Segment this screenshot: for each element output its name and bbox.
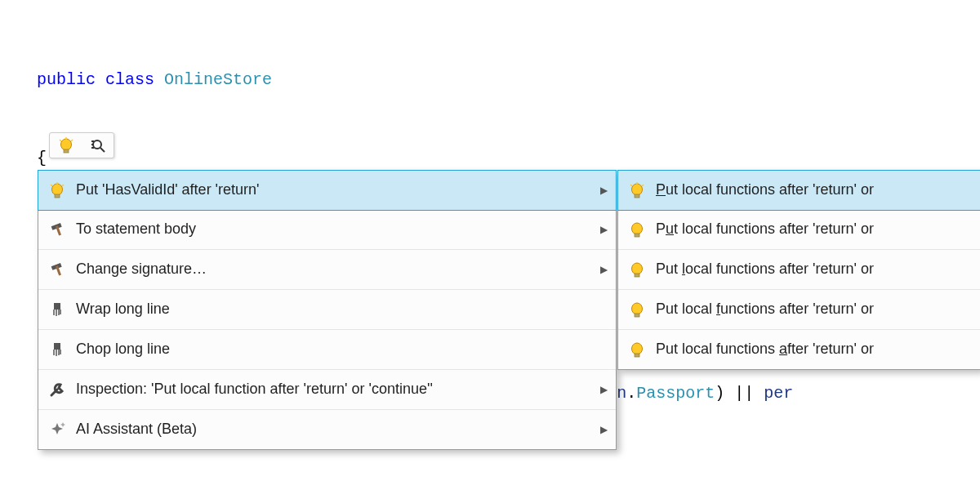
- submenu-arrow-icon: ▶: [591, 224, 616, 235]
- submenu-item-label: Put local functions after 'return' or: [656, 301, 874, 318]
- lightbulb-icon: [618, 261, 656, 278]
- menu-item[interactable]: To statement body▶: [38, 210, 616, 250]
- hammer-icon: [38, 261, 76, 278]
- submenu-item-label: Put local functions after 'return' or: [656, 261, 874, 278]
- t: public: [37, 70, 96, 89]
- submenu-item[interactable]: Put local functions after 'return' or: [618, 210, 980, 250]
- menu-item-label: AI Assistant (Beta): [76, 421, 591, 439]
- submenu-item-label: Put local functions after 'return' or: [656, 220, 874, 238]
- lightbulb-icon: [618, 182, 656, 198]
- quick-actions-gutter[interactable]: [49, 132, 114, 158]
- wrench-icon: [38, 381, 76, 398]
- lightbulb-icon: [618, 301, 656, 318]
- t: ||: [724, 384, 764, 403]
- submenu-item[interactable]: Put local functions after 'return' or: [618, 250, 980, 290]
- t: Passport: [636, 384, 715, 403]
- submenu-item-label: Put local functions after 'return' or: [656, 341, 874, 359]
- menu-item-label: To statement body: [76, 220, 591, 238]
- t: per: [764, 384, 793, 403]
- quick-actions-menu: Put 'HasValidId' after 'return'▶To state…: [38, 170, 617, 450]
- submenu-arrow-icon: ▶: [591, 384, 616, 395]
- menu-item[interactable]: Inspection: 'Put local function after 'r…: [38, 370, 616, 410]
- bulb-icon: [38, 182, 76, 198]
- menu-item[interactable]: Wrap long line: [38, 290, 616, 330]
- menu-item-label: Inspection: 'Put local function after 'r…: [76, 381, 591, 399]
- t: ): [715, 384, 724, 403]
- menu-item-label: Change signature…: [76, 261, 591, 278]
- menu-item-label: Chop long line: [76, 341, 591, 359]
- lightbulb-icon: [58, 137, 74, 154]
- menu-item[interactable]: Put 'HasValidId' after 'return'▶: [38, 170, 617, 211]
- t: class: [105, 70, 154, 89]
- submenu-item-label: Put local functions after 'return' or: [656, 181, 874, 199]
- brush-icon: [38, 341, 76, 358]
- menu-item-label: Put 'HasValidId' after 'return': [76, 181, 591, 199]
- lightbulb-icon: [618, 221, 656, 238]
- t: .: [626, 384, 636, 403]
- quick-actions-submenu: Put local functions after 'return' or Pu…: [617, 170, 980, 370]
- t: {: [0, 145, 980, 172]
- menu-item-label: Wrap long line: [76, 301, 591, 318]
- submenu-arrow-icon: ▶: [591, 264, 616, 275]
- submenu-arrow-icon: ▶: [591, 424, 616, 435]
- submenu-item[interactable]: Put local functions after 'return' or: [617, 170, 980, 211]
- menu-item[interactable]: AI Assistant (Beta)▶: [38, 410, 616, 449]
- submenu-item[interactable]: Put local functions after 'return' or: [618, 290, 980, 330]
- search-icon: [90, 137, 106, 154]
- menu-item[interactable]: Chop long line: [38, 330, 616, 370]
- submenu-item[interactable]: Put local functions after 'return' or: [618, 330, 980, 369]
- hammer-icon: [38, 221, 76, 238]
- menu-item[interactable]: Change signature…▶: [38, 250, 616, 290]
- t: OnlineStore: [164, 70, 272, 89]
- lightbulb-icon: [618, 341, 656, 358]
- sparkle-icon: [38, 421, 76, 438]
- brush-icon: [38, 301, 76, 318]
- submenu-arrow-icon: ▶: [591, 185, 616, 196]
